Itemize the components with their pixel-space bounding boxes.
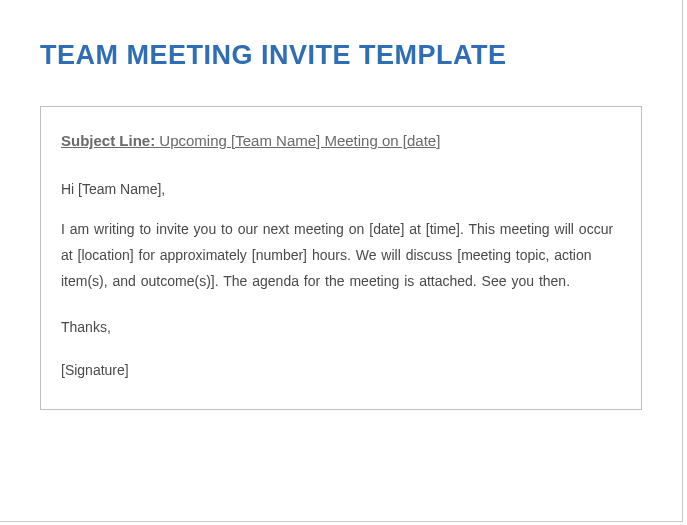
email-body: Hi [Team Name], I am writing to invite y… [61, 177, 621, 384]
subject-line: Subject Line: Upcoming [Team Name] Meeti… [61, 132, 621, 149]
document-title: TEAM MEETING INVITE TEMPLATE [40, 40, 642, 71]
email-template-box: Subject Line: Upcoming [Team Name] Meeti… [40, 106, 642, 410]
main-paragraph: I am writing to invite you to our next m… [61, 217, 621, 295]
subject-text: Upcoming [Team Name] Meeting on [date] [155, 132, 440, 149]
thanks-text: Thanks, [61, 315, 621, 341]
signature-text: [Signature] [61, 358, 621, 384]
document-page: TEAM MEETING INVITE TEMPLATE Subject Lin… [0, 0, 683, 522]
greeting-text: Hi [Team Name], [61, 177, 621, 203]
subject-label: Subject Line: [61, 132, 155, 149]
